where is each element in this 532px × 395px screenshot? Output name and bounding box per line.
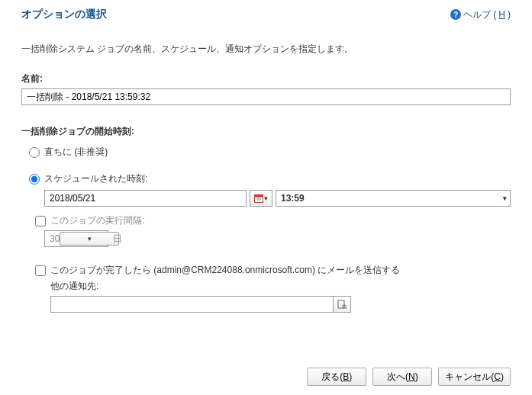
svg-line-6: [346, 308, 347, 310]
next-button[interactable]: 次へ(N): [372, 368, 432, 386]
intro-text: 一括削除システム ジョブの名前、スケジュール、通知オプションを指定します。: [21, 43, 511, 56]
cancel-accesskey: C: [494, 371, 501, 382]
radio-immediate-label: 直ちに (非推奨): [44, 146, 108, 159]
interval-unit: 日: [113, 233, 122, 246]
time-select[interactable]: 13:59 ▾: [276, 190, 511, 207]
checkbox-interval[interactable]: [35, 216, 46, 226]
back-accesskey: B: [343, 371, 349, 382]
help-link[interactable]: ? ヘルプ(H): [450, 8, 511, 21]
date-input[interactable]: [44, 190, 247, 207]
interval-select[interactable]: 30 ▾: [44, 230, 108, 247]
name-input[interactable]: [21, 88, 511, 105]
start-time-label: 一括削除ジョブの開始時刻:: [21, 125, 511, 138]
svg-rect-4: [338, 300, 344, 308]
next-accesskey: N: [408, 371, 415, 382]
chevron-down-icon: ▾: [88, 235, 92, 242]
chevron-down-icon: ▾: [503, 194, 507, 202]
other-recipients-label: 他の通知先:: [50, 280, 511, 293]
cancel-button[interactable]: キャンセル(C): [438, 368, 511, 386]
next-label: 次へ: [387, 371, 405, 382]
interval-value: 30: [50, 233, 60, 244]
chevron-down-icon: ▾: [264, 194, 268, 202]
svg-rect-1: [255, 195, 263, 198]
checkbox-interval-label: このジョブの実行間隔:: [50, 214, 144, 227]
help-accesskey: H: [498, 9, 505, 20]
checkbox-notify[interactable]: [35, 265, 46, 276]
time-value: 13:59: [281, 193, 305, 204]
help-label: ヘルプ: [463, 8, 491, 21]
checkbox-notify-label: このジョブが完了したら (admin@CRM224088.onmicrosoft…: [50, 264, 400, 277]
cancel-label: キャンセル: [445, 371, 491, 382]
name-label: 名前:: [21, 72, 511, 85]
radio-scheduled-label: スケジュールされた時刻:: [44, 172, 147, 185]
other-recipients-input[interactable]: [50, 296, 333, 313]
help-icon: ?: [450, 9, 461, 20]
back-label: 戻る: [321, 371, 340, 382]
back-button[interactable]: 戻る(B): [307, 368, 366, 386]
lookup-icon: [337, 300, 347, 309]
radio-immediate[interactable]: [29, 147, 40, 158]
calendar-button[interactable]: ▾: [250, 190, 272, 207]
calendar-icon: [254, 194, 263, 203]
radio-scheduled[interactable]: [29, 174, 40, 185]
lookup-button[interactable]: [333, 296, 351, 313]
page-title: オプションの選択: [21, 8, 107, 21]
